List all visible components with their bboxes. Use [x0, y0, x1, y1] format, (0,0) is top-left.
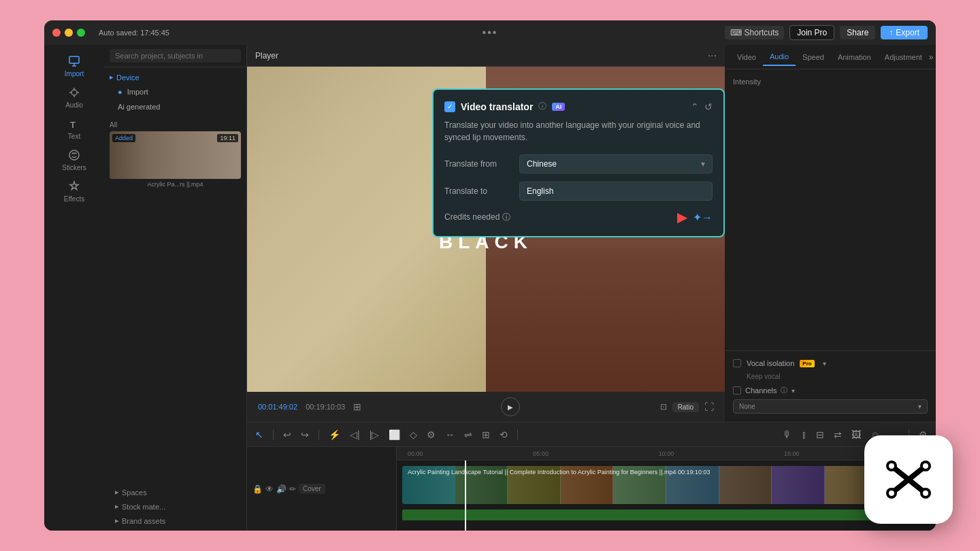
triangle-icon: ▸ [110, 73, 114, 82]
translate-to-select[interactable]: English [519, 182, 713, 201]
media-content: All Added 19:11 Acrylic Pa...rs ||.mp4 [104, 117, 246, 482]
export-icon: ↑ [889, 28, 893, 37]
track-lock-icon[interactable]: 🔒 [252, 484, 263, 494]
channels-select[interactable]: None ▾ [733, 399, 928, 414]
player-controls-right: ⊡ Ratio ⛶ [660, 401, 714, 412]
stickers-icon [67, 148, 81, 162]
channels-header: Channels ⓘ ▾ [733, 386, 928, 395]
svg-point-9 [923, 463, 928, 469]
translate-to-row: Translate to English [444, 182, 713, 201]
media-thumbnail[interactable]: Added 19:11 Acrylic Pa...rs ||.mp4 [110, 131, 241, 188]
vocal-expand-icon[interactable]: ▾ [823, 360, 826, 367]
more-options-dots[interactable]: ••• [483, 27, 498, 39]
player-video: Paint it BLACK ✓ Video translator ⓘ AI [247, 67, 725, 392]
join-pro-button[interactable]: Join Pro [789, 25, 834, 40]
channels-info-icon[interactable]: ⓘ [781, 386, 787, 395]
time-current: 00:01:49:02 [258, 403, 297, 411]
export-button[interactable]: ↑ Export [881, 26, 928, 39]
tab-video[interactable]: Video [730, 49, 763, 65]
ruler-tick-2: 10:00 [659, 450, 674, 457]
brand-assets-item[interactable]: ▸ Brand assets [110, 514, 241, 528]
select-tool[interactable]: ↖ [252, 428, 266, 441]
vocal-isolation-checkbox[interactable] [733, 359, 741, 367]
timeline-toolbar: ↖ ↩ ↪ ⚡ ◁| |▷ ⬜ ◇ ⚙ ↔ ⇌ ⊞ ⟲ 🎙 [247, 422, 936, 447]
split-v-tool[interactable]: ⫿ [799, 428, 809, 441]
media-panel: ▸ Device ● Import Ai generated All Added… [104, 45, 247, 531]
playhead[interactable] [465, 461, 466, 531]
channels-expand-icon[interactable]: ▾ [791, 387, 795, 395]
track-visible-icon[interactable]: 👁 [265, 484, 274, 494]
translate-from-row: Translate from Chinese ▾ [444, 154, 713, 173]
tab-animation[interactable]: Animation [831, 49, 878, 65]
split-tool[interactable]: ⚡ [326, 428, 343, 441]
player-more-button[interactable]: ··· [708, 50, 717, 62]
mask-tool[interactable]: ◇ [407, 428, 420, 441]
sidebar-item-stickers[interactable]: Stickers [44, 144, 104, 176]
close-button[interactable] [52, 29, 61, 37]
stock-mate-item[interactable]: ▸ Stock mate... [110, 499, 241, 514]
sidebar-item-import[interactable]: Import [44, 50, 104, 82]
share-button[interactable]: Share [840, 26, 875, 39]
translator-description: Translate your video into another langua… [444, 119, 713, 144]
replace-tool[interactable]: ⟲ [497, 428, 510, 441]
effects-icon [67, 180, 81, 193]
fullscreen-icon[interactable]: ⛶ [704, 401, 714, 412]
mic-tool[interactable]: 🎙 [780, 428, 795, 441]
sidebar-item-effects[interactable]: Effects [44, 176, 104, 207]
redo-button[interactable]: ↪ [298, 428, 312, 441]
svg-point-8 [889, 463, 894, 469]
text-icon: T [67, 117, 81, 131]
track-audio-icon[interactable]: 🔊 [276, 484, 287, 494]
channels-checkbox[interactable] [733, 386, 741, 395]
cover-label: Cover [299, 484, 325, 494]
translator-ai-badge: AI [552, 103, 565, 111]
ratio-button[interactable]: Ratio [672, 402, 699, 412]
svg-point-1 [71, 90, 77, 95]
right-panel: Video Audio Speed Animation Adjustment »… [725, 45, 936, 422]
video-track[interactable]: Acrylic Painting Landscape Tutorial || C… [402, 466, 930, 504]
translator-enable-checkbox[interactable]: ✓ [444, 101, 455, 112]
player-label: Player [255, 51, 278, 61]
credits-info-icon[interactable]: ⓘ [502, 212, 510, 223]
tab-adjustment[interactable]: Adjustment [878, 49, 929, 65]
crop-tool[interactable]: ⬜ [386, 428, 403, 441]
time-total: 00:19:10:03 [306, 403, 345, 411]
undo-button[interactable]: ↩ [280, 428, 294, 441]
play-button[interactable]: ▶ [501, 397, 520, 416]
mirror-tool[interactable]: ⇌ [461, 428, 475, 441]
translate-to-value: English [527, 186, 553, 196]
minimize-button[interactable] [65, 29, 73, 37]
scale-tool[interactable]: ⊞ [479, 428, 493, 441]
translator-header-actions: ⌃ ↺ [691, 101, 713, 112]
trim-start-tool[interactable]: ◁| [347, 428, 363, 441]
fit-icon[interactable]: ⊡ [660, 402, 667, 412]
credits-needed-label: Credits needed ⓘ [444, 212, 510, 223]
svg-point-11 [923, 490, 928, 496]
split-h-tool[interactable]: ⊟ [813, 428, 827, 441]
translator-info-icon[interactable]: ⓘ [538, 101, 546, 112]
tab-audio[interactable]: Audio [763, 48, 796, 66]
grid-icon[interactable]: ⊞ [353, 401, 361, 412]
shortcuts-button[interactable]: ⌨ Shortcuts [725, 26, 785, 39]
translator-reset-button[interactable]: ↺ [704, 101, 713, 112]
tabs-more-icon[interactable]: » [929, 52, 934, 62]
link-tool[interactable]: ⇄ [831, 428, 845, 441]
translate-from-select[interactable]: Chinese ▾ [519, 154, 713, 173]
sidebar-item-text[interactable]: T Text [44, 113, 104, 144]
reverse-tool[interactable]: ↔ [442, 428, 457, 441]
import-nav-item[interactable]: ● Import [110, 84, 241, 99]
track-edit-icon[interactable]: ✏ [289, 484, 296, 494]
trim-end-tool[interactable]: |▷ [367, 428, 382, 441]
ai-generated-nav[interactable]: Ai generated [110, 99, 241, 114]
sidebar-item-audio[interactable]: Audio [44, 82, 104, 113]
media-search-input[interactable] [110, 49, 241, 63]
maximize-button[interactable] [77, 29, 85, 37]
speed-tool[interactable]: ⚙ [424, 428, 438, 441]
device-header[interactable]: ▸ Device [110, 70, 241, 84]
autosave-status: Auto saved: 17:45:45 [99, 29, 169, 37]
spaces-item[interactable]: ▸ Spaces [110, 485, 241, 499]
video-translator-panel: ✓ Video translator ⓘ AI ⌃ ↺ Translate yo… [432, 88, 725, 237]
img-tool[interactable]: 🖼 [849, 428, 864, 441]
translator-expand-button[interactable]: ⌃ [691, 101, 699, 112]
tab-speed[interactable]: Speed [796, 49, 831, 65]
